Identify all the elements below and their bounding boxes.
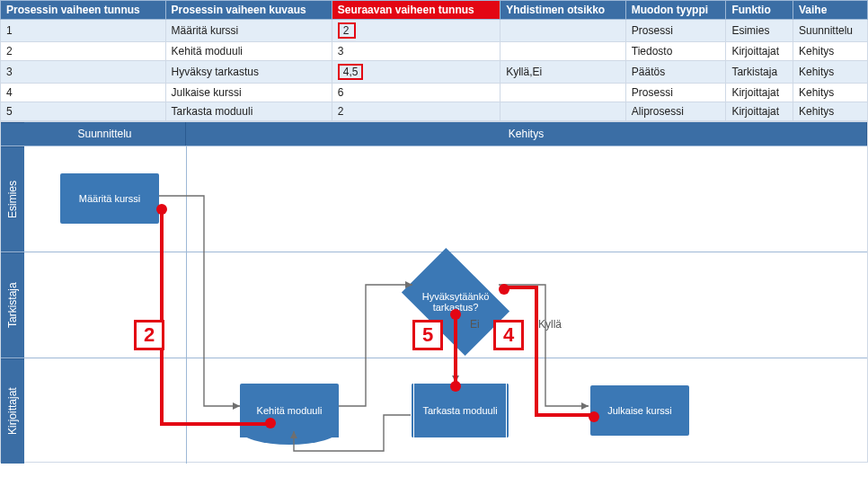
connector-label-no: Ei [470,318,480,331]
lane-tarkistaja: Tarkistaja [1,252,24,358]
annotation-2: 2 [134,320,164,350]
dot-5b [450,381,461,392]
col-connector-title: Yhdistimen otsikko [500,1,626,20]
table-row: 4Julkaise kurssi6ProsessiKirjoittajatKeh… [1,84,868,102]
col-next-step-id: Seuraavan vaiheen tunnus [332,1,500,20]
lane-esimies: Esimies [1,146,24,252]
table-row: 3Hyväksy tarkastus4,5Kyllä,EiPäätösTarki… [1,61,868,84]
lane-kirjoittajat: Kirjoittajat [1,358,24,464]
connector-label-yes: Kyllä [538,318,562,331]
col-phase: Vaihe [793,1,868,20]
col-step-desc: Prosessin vaiheen kuvaus [165,1,332,20]
dot-5a [450,309,461,320]
shape-define-course: Määritä kurssi [60,173,159,224]
shape-develop-module: Kehitä moduuli [240,384,339,437]
process-table: Prosessin vaiheen tunnus Prosessin vaihe… [0,0,868,121]
col-step-id: Prosessin vaiheen tunnus [1,1,166,20]
dot-1 [156,204,167,215]
swimlane-diagram: Suunnittelu Kehitys Esimies Määritä kurs… [0,121,868,463]
table-row: 1Määritä kurssi2ProsessiEsimiesSuunnitte… [1,20,868,42]
phase-header-development: Kehitys [186,122,867,146]
dot-4a [499,284,509,295]
table-row: 2Kehitä moduuli3TiedostoKirjoittajatKehi… [1,42,868,61]
annotation-4: 4 [493,320,524,350]
annotation-5: 5 [412,320,443,350]
col-shape-type: Muodon tyyppi [625,1,726,20]
shape-review-module: Tarkasta moduuli [411,384,509,437]
phase-header-planning: Suunnittelu [24,122,186,146]
table-row: 5Tarkasta moduuli2AliprosessiKirjoittaja… [1,102,868,121]
shape-publish-course: Julkaise kurssi [590,385,689,436]
dot-2b [265,418,276,428]
dot-4b [589,411,599,422]
col-function: Funktio [726,1,793,20]
